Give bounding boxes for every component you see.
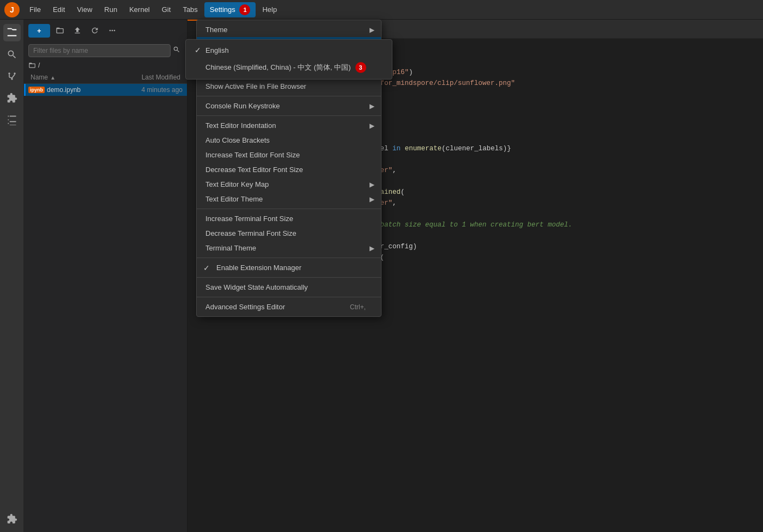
col-name-header: Name ▲	[31, 74, 56, 81]
activity-extensions-icon[interactable]	[3, 89, 21, 107]
extension-mgr-check-icon: ✓	[203, 264, 210, 272]
chinese-label: Chinese (Simplified, China) - 中文 (简体, 中国…	[205, 63, 351, 72]
save-widget-label: Save Widget State Automatically	[205, 283, 308, 291]
increase-terminal-item[interactable]: Increase Terminal Font Size	[197, 211, 381, 226]
extension-manager-item[interactable]: ✓ Enable Extension Manager	[197, 260, 381, 275]
divider-5	[197, 209, 381, 209]
decrease-editor-item[interactable]: Decrease Text Editor Font Size	[197, 162, 381, 177]
menu-tabs[interactable]: Tabs	[177, 3, 203, 16]
text-indent-arrow: ▶	[370, 122, 374, 130]
console-run-label: Console Run Keystroke	[205, 102, 280, 110]
text-indent-item[interactable]: Text Editor Indentation ▶	[197, 118, 381, 133]
plus-icon: +	[37, 27, 41, 35]
activity-puzzle-icon[interactable]	[3, 510, 21, 528]
col-modified-header: Last Modified	[142, 74, 180, 81]
decrease-terminal-label: Decrease Terminal Font Size	[205, 229, 296, 237]
column-headers: Name ▲ Last Modified	[24, 71, 187, 84]
keymap-arrow: ▶	[370, 181, 374, 188]
search-input[interactable]	[28, 44, 171, 57]
menu-help[interactable]: Help	[257, 3, 282, 16]
divider-6	[197, 258, 381, 258]
divider-3	[197, 96, 381, 96]
divider-8	[197, 297, 381, 297]
menu-settings[interactable]: Settings 1	[204, 2, 256, 17]
settings-step-badge: 1	[239, 4, 250, 15]
search-bar	[24, 41, 187, 59]
settings-theme-item[interactable]: Theme ▶	[197, 22, 381, 37]
file-browser-sidebar: + + /	[24, 20, 187, 532]
editor-theme-arrow: ▶	[370, 195, 374, 203]
theme-arrow-icon: ▶	[370, 26, 374, 34]
file-path-header: /	[24, 59, 187, 71]
sort-icon: ▲	[50, 75, 56, 81]
file-path: /	[38, 62, 40, 69]
english-check-icon: ✓	[195, 46, 201, 54]
extension-manager-label: Enable Extension Manager	[216, 264, 301, 272]
search-icon-button[interactable]	[171, 44, 183, 57]
terminal-theme-label: Terminal Theme	[205, 244, 256, 252]
activity-files-icon[interactable]	[3, 24, 21, 41]
refresh-button[interactable]	[87, 23, 102, 38]
editor-theme-label: Text Editor Theme	[205, 195, 263, 203]
increase-terminal-label: Increase Terminal Font Size	[205, 215, 293, 223]
console-run-arrow: ▶	[370, 102, 374, 110]
chinese-step-badge: 3	[355, 62, 366, 73]
more-options-button[interactable]	[105, 23, 120, 38]
folder-icon	[28, 62, 36, 69]
save-widget-item[interactable]: Save Widget State Automatically	[197, 280, 381, 295]
svg-point-0	[8, 72, 10, 74]
advanced-settings-shortcut: Ctrl+,	[350, 303, 366, 311]
divider-4	[197, 115, 381, 116]
svg-line-4	[12, 75, 15, 78]
editor-keymap-label: Text Editor Key Map	[205, 180, 269, 188]
app-icon: J	[4, 2, 20, 17]
terminal-theme-arrow: ▶	[370, 244, 374, 252]
language-chinese-item[interactable]: ✓ Chinese (Simplified, China) - 中文 (简体, …	[186, 58, 392, 77]
menu-edit[interactable]: Edit	[47, 3, 70, 16]
auto-close-item[interactable]: Auto Close Brackets	[197, 133, 381, 148]
file-row-demo[interactable]: ipynb demo.ipynb 4 minutes ago	[24, 84, 187, 96]
file-modified: 4 minutes ago	[142, 86, 183, 94]
menu-run[interactable]: Run	[99, 3, 123, 16]
activity-search-icon[interactable]	[3, 46, 21, 63]
svg-point-1	[14, 72, 15, 74]
english-label: English	[205, 46, 229, 54]
advanced-settings-item[interactable]: Advanced Settings Editor Ctrl+,	[197, 299, 381, 314]
console-run-item[interactable]: Console Run Keystroke ▶	[197, 99, 381, 113]
activity-list-icon[interactable]	[3, 111, 21, 129]
notebook-icon: ipynb	[28, 87, 45, 93]
svg-line-5	[9, 77, 12, 78]
language-english-item[interactable]: ✓ English	[186, 42, 392, 58]
editor-keymap-item[interactable]: Text Editor Key Map ▶	[197, 177, 381, 192]
active-indicator	[24, 84, 26, 96]
activity-git-icon[interactable]	[3, 68, 21, 85]
sidebar-toolbar: + +	[24, 20, 187, 41]
show-active-file-label: Show Active File in File Browser	[205, 82, 306, 90]
decrease-editor-label: Decrease Text Editor Font Size	[205, 166, 303, 174]
upload-button[interactable]	[70, 23, 85, 38]
editor-theme-item[interactable]: Text Editor Theme ▶	[197, 192, 381, 206]
terminal-theme-item[interactable]: Terminal Theme ▶	[197, 241, 381, 255]
show-active-file-item[interactable]: Show Active File in File Browser	[197, 79, 381, 94]
menubar: J File Edit View Run Kernel Git Tabs Set…	[0, 0, 763, 20]
menu-git[interactable]: Git	[156, 3, 177, 16]
menu-file[interactable]: File	[24, 3, 46, 16]
activity-bar	[0, 20, 24, 532]
auto-close-label: Auto Close Brackets	[205, 136, 270, 144]
text-indent-label: Text Editor Indentation	[205, 121, 276, 130]
main-layout: + + /	[0, 20, 763, 532]
open-folder-button[interactable]	[52, 23, 68, 38]
svg-point-2	[11, 78, 13, 80]
increase-editor-label: Increase Text Editor Font Size	[205, 151, 300, 159]
divider-7	[197, 277, 381, 278]
file-name: demo.ipynb	[47, 86, 142, 94]
advanced-settings-label: Advanced Settings Editor	[205, 303, 285, 311]
increase-editor-item[interactable]: Increase Text Editor Font Size	[197, 148, 381, 162]
theme-label: Theme	[205, 26, 227, 34]
menu-kernel[interactable]: Kernel	[124, 3, 155, 16]
decrease-terminal-item[interactable]: Decrease Terminal Font Size	[197, 226, 381, 241]
language-submenu: ✓ English ✓ Chinese (Simplified, China) …	[185, 39, 392, 80]
menu-view[interactable]: View	[71, 3, 98, 16]
new-file-button[interactable]: + +	[28, 24, 50, 38]
